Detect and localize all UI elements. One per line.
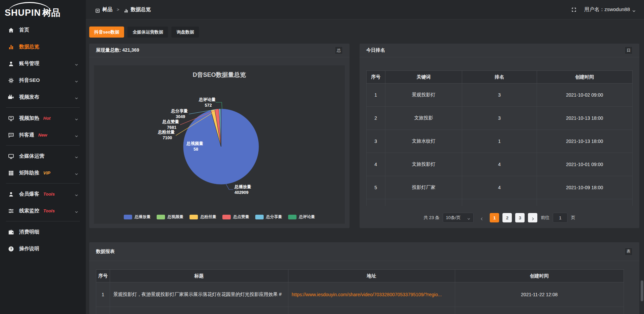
scrollbar-thumb[interactable] [641, 280, 643, 301]
legend-swatch [157, 215, 165, 219]
legend-item-总播放量[interactable]: 总播放量 [124, 214, 151, 220]
breadcrumb-item-home[interactable]: 树品 [102, 6, 112, 13]
legend-label: 总分享量 [266, 214, 282, 220]
ranking-panel-title: 今日排名 [366, 47, 385, 53]
next-page-button[interactable] [528, 213, 537, 222]
pie-chart: 总播放量402909总视频量58总粉丝量7100总点赞量7681总分享量3049… [94, 65, 345, 224]
table-row: 1景观投影灯32021-10-02 09:00 [367, 84, 633, 107]
chevron-down-icon [467, 217, 471, 221]
sidebar-item-badge: VIP [43, 170, 50, 175]
report-panel-title: 数据报表 [96, 249, 115, 255]
chevron-down-icon [74, 155, 78, 159]
table-cell: 2021-10-02 09:00 [537, 84, 633, 107]
topbar-right: 用户名：zswodun88 [571, 6, 636, 13]
sidebar-item-线索监控[interactable]: 线索监控Tools [0, 202, 86, 219]
user-menu[interactable]: 用户名：zswodun88 [584, 6, 636, 13]
sidebar-item-抖客通[interactable]: 抖客通New [0, 126, 86, 143]
table-cell: 景观投影灯 [385, 84, 462, 107]
total-count-label: 共 23 条 [424, 215, 440, 221]
legend-label: 总视频量 [167, 214, 183, 220]
breadcrumb-item-current: 数据总览 [131, 6, 151, 13]
goto-page-input[interactable] [553, 213, 568, 223]
label-leader-line [216, 102, 222, 109]
chevron-down-icon [632, 9, 636, 13]
chevron-down-icon [74, 172, 78, 176]
sidebar-item-消费明细[interactable]: 消费明细 [0, 223, 86, 240]
sidebar-divider [6, 221, 80, 221]
report-url-link[interactable]: https://www.iesdouyin.com/share/video/70… [292, 292, 442, 297]
report-time: 2021-11-22 12:08 [455, 282, 624, 307]
chevron-down-icon [74, 193, 78, 197]
chevron-left-icon [480, 217, 484, 221]
overview-corner-badge[interactable]: 总 [335, 46, 343, 54]
legend-label: 总点赞量 [233, 214, 249, 220]
table-cell: 2 [367, 107, 385, 130]
ranking-corner-badge[interactable]: 日 [625, 46, 633, 54]
page-button-3[interactable]: 3 [515, 213, 525, 222]
breadcrumb: 树品 > 数据总览 [95, 6, 151, 13]
sidebar-item-会员爆客[interactable]: 会员爆客Tools [0, 186, 86, 202]
sidebar-item-视频发布[interactable]: 视频发布 [0, 89, 86, 105]
chevron-down-icon [74, 210, 78, 214]
report-title: 景观投影灯，夜游景观投影灯厂家展示展示落花灯在花园里的灯光投影应用效果 # [110, 282, 288, 307]
tab-全媒体运营数据[interactable]: 全媒体运营数据 [127, 27, 168, 38]
sidebar-item-矩阵助推[interactable]: 矩阵助推VIP [0, 164, 86, 181]
sidebar-item-账号管理[interactable]: 账号管理 [0, 55, 86, 72]
table-row [96, 307, 624, 314]
table-cell: 2021-10-09 18:00 [537, 176, 633, 199]
username-label: 用户名：zswodun88 [584, 6, 630, 13]
fullscreen-icon[interactable] [571, 7, 577, 13]
table-cell: 2021-10-01 09:00 [537, 153, 633, 176]
tab-询盘数据[interactable]: 询盘数据 [171, 27, 199, 38]
sidebar-item-首页[interactable]: 首页 [0, 21, 86, 38]
sidebar-menu: 首页数据总览账号管理抖音SEO视频发布视频加热Hot抖客通New全媒体运营矩阵助… [0, 19, 86, 257]
sidebar-item-badge: Tools [43, 192, 55, 197]
page-size-select[interactable]: 10条/页 [443, 213, 474, 223]
monitor-icon [8, 153, 14, 159]
grid-icon [8, 170, 14, 176]
app-window-icon [95, 7, 100, 12]
svg-text:?: ? [10, 247, 12, 251]
table-cell: 文旅投影 [385, 107, 462, 130]
sidebar-item-抖音SEO[interactable]: 抖音SEO [0, 72, 86, 89]
column-header: 关键词 [385, 71, 462, 84]
legend-item-总粉丝量[interactable]: 总粉丝量 [190, 214, 216, 220]
column-header: 创建时间 [455, 270, 624, 282]
sidebar-item-label: 抖音SEO [19, 77, 40, 84]
table-cell: 1 [462, 130, 537, 153]
legend-item-总点赞量[interactable]: 总点赞量 [222, 214, 249, 220]
report-corner-badge[interactable]: 表 [625, 248, 633, 256]
table-row: 3文旅水纹灯12021-10-13 18:00 [367, 130, 633, 153]
screen-icon [8, 115, 14, 121]
legend-swatch [222, 215, 231, 219]
legend-item-总分享量[interactable]: 总分享量 [255, 214, 282, 220]
pie-label-总播放量: 总播放量402909 [234, 185, 252, 195]
sidebar-item-操作说明[interactable]: ?操作说明 [0, 240, 86, 257]
table-cell: 5 [367, 176, 385, 199]
legend-swatch [190, 215, 198, 219]
chevron-down-icon [632, 8, 636, 12]
page-button-2[interactable]: 2 [502, 213, 512, 222]
table-cell: 2021-10-13 18:00 [537, 107, 633, 130]
table-cell: 文旅水纹灯 [385, 130, 462, 153]
sidebar-item-全媒体运营[interactable]: 全媒体运营 [0, 148, 86, 164]
sidebar-item-视频加热[interactable]: 视频加热Hot [0, 110, 86, 126]
sidebar-item-label: 视频加热 [19, 115, 39, 121]
tab-抖音seo数据[interactable]: 抖音seo数据 [89, 27, 124, 38]
bar-chart-icon [124, 8, 128, 13]
sidebar-item-数据总览[interactable]: 数据总览 [0, 38, 86, 55]
legend-item-总评论量[interactable]: 总评论量 [288, 214, 315, 220]
ranking-panel-header: 今日排名 日 [360, 44, 639, 57]
prev-page-button[interactable] [477, 213, 486, 222]
app-window-icon [95, 8, 100, 13]
user-icon [8, 61, 14, 67]
sidebar-item-label: 矩阵助推 [19, 170, 39, 176]
overview-panel-header: 展现量总数: 421,369 总 [89, 44, 350, 57]
table-cell: 3 [462, 107, 537, 130]
sidebar-item-label: 会员爆客 [19, 191, 39, 197]
legend-item-总视频量[interactable]: 总视频量 [157, 214, 183, 220]
wallet-icon [8, 229, 14, 235]
page-button-1[interactable]: 1 [490, 213, 499, 222]
overview-total-label: 展现量总数: 421,369 [96, 47, 139, 53]
goto-label: 前往 [541, 215, 549, 221]
